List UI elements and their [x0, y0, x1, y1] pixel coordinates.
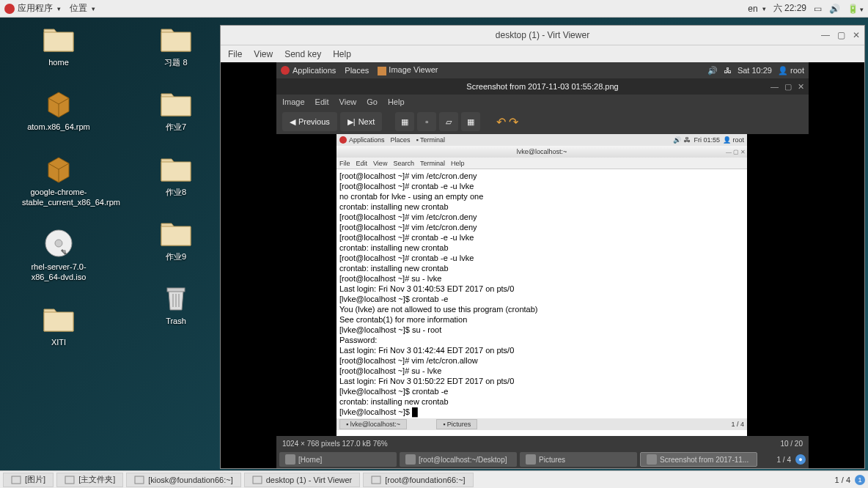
iv-menu-view[interactable]: View — [339, 97, 357, 106]
image-viewer-titlebar[interactable]: Screenshot from 2017-11-03 01:55:28.png … — [276, 78, 809, 95]
minimize-button[interactable]: — — [821, 30, 830, 40]
zoom-in-button[interactable]: ▦ — [395, 112, 414, 131]
volume-icon[interactable]: 🔊 — [707, 66, 718, 75]
task-pictures: ▪ Pictures — [436, 419, 477, 429]
desktop-icon[interactable]: 习题 8 — [139, 23, 213, 67]
taskbar-button[interactable]: [root@foundation66:~] — [363, 473, 473, 487]
close-button[interactable]: ✕ — [853, 30, 860, 40]
desktop-icon[interactable]: rhel-server-7.0-x86_64-dvd.iso — [22, 228, 95, 283]
pkg-icon — [41, 153, 76, 184]
rotate-right-button[interactable]: ↷ — [509, 115, 518, 129]
display-icon[interactable]: ▭ — [814, 4, 822, 14]
guest-clock: Sat 10:29 — [738, 66, 772, 75]
previous-button[interactable]: ◀ Previous — [282, 112, 337, 131]
term-menu-help: Help — [451, 160, 465, 167]
taskbar-button[interactable]: [Home] — [279, 452, 397, 467]
desktop-icon-grid: homeatom.x86_64.rpmgoogle-chrome-stable_… — [22, 23, 213, 347]
terminal-titlebar: lvke@localhost:~ —▢✕ — [336, 146, 747, 158]
term-min: — — [726, 149, 732, 155]
innermost-user: 👤 root — [723, 136, 744, 144]
task-terminal: ▪ lvke@localhost:~ — [339, 419, 407, 429]
iv-menu-image[interactable]: Image — [282, 97, 305, 106]
iv-minimize-button[interactable]: — — [770, 82, 779, 92]
workspace-counter: 1 / 4 — [835, 476, 850, 484]
iv-close-button[interactable]: ✕ — [798, 82, 804, 92]
zoom-out-button[interactable]: ▫ — [417, 112, 436, 131]
next-button[interactable]: ▶| Next — [340, 112, 382, 131]
virt-titlebar[interactable]: desktop (1) - Virt Viewer — ▢ ✕ — [221, 26, 864, 45]
applications-menu[interactable]: 应用程序 — [4, 2, 61, 15]
iv-maximize-button[interactable]: ▢ — [784, 82, 792, 92]
lang-indicator[interactable]: en — [748, 4, 765, 14]
workspace-counter: 1 / 4 — [777, 456, 791, 464]
desktop-icon[interactable]: Trash — [139, 282, 213, 326]
clock: 六 22:29 — [773, 2, 806, 15]
icon-label: XITI — [51, 337, 66, 347]
taskbar-button[interactable]: Screenshot from 2017-11... — [640, 452, 757, 467]
iv-menu-help[interactable]: Help — [388, 97, 405, 106]
menu-sendkey[interactable]: Send key — [284, 49, 321, 59]
guest-user[interactable]: 👤 root — [778, 66, 804, 75]
active-app[interactable]: Image Viewer — [378, 65, 438, 75]
icon-label: 习题 8 — [164, 57, 187, 67]
taskbar-button[interactable]: [主文件夹] — [56, 473, 123, 487]
menu-help[interactable]: Help — [333, 49, 351, 59]
desktop-icon[interactable]: atom.x86_64.rpm — [22, 88, 95, 132]
desktop-icon[interactable]: 作业8 — [139, 153, 213, 197]
folder-icon — [158, 88, 194, 119]
rotate-left-button[interactable]: ↶ — [496, 115, 506, 129]
icon-label: 作业9 — [166, 251, 186, 262]
desktop-icon[interactable]: home — [22, 23, 95, 67]
desktop-icon[interactable]: XITI — [22, 303, 95, 347]
maximize-button[interactable]: ▢ — [837, 30, 845, 40]
desktop-icon[interactable]: 作业9 — [139, 218, 213, 262]
term-menu-file: File — [339, 160, 350, 167]
virt-viewer-window: desktop (1) - Virt Viewer — ▢ ✕ File Vie… — [220, 25, 865, 469]
battery-icon[interactable]: 🔋 — [847, 4, 864, 14]
volume-icon[interactable]: 🔊 — [829, 4, 840, 14]
zoom-normal-button[interactable]: ▦ — [461, 112, 480, 131]
svg-rect-11 — [372, 476, 380, 484]
zoom-fit-button[interactable]: ▱ — [439, 112, 458, 131]
taskbar-button[interactable]: [root@localhost:~/Desktop] — [400, 452, 517, 467]
taskbar-button[interactable]: Pictures — [520, 452, 637, 467]
desktop-icon[interactable]: 作业7 — [139, 88, 213, 132]
app-icon — [252, 475, 262, 485]
folder-icon — [41, 23, 76, 54]
innermost-clock: Fri 01:55 — [694, 136, 720, 144]
innermost-taskbar: ▪ lvke@localhost:~ ▪ Pictures 1 / 4 — [336, 418, 747, 430]
guest-apps-menu[interactable]: Applications — [293, 66, 336, 75]
icon-label: 作业7 — [166, 122, 186, 132]
terminal-output: [root@localhost ~]# vim /etc/cron.deny[r… — [336, 169, 747, 418]
folder-icon — [158, 153, 194, 184]
network-icon[interactable]: 🖧 — [724, 66, 732, 75]
folder-icon — [158, 23, 194, 54]
host-top-panel: 应用程序 位置 en 六 22:29 ▭ 🔊 🔋 — [0, 0, 868, 18]
host-desktop: homeatom.x86_64.rpmgoogle-chrome-stable_… — [0, 18, 868, 470]
app-icon — [526, 454, 536, 465]
places-menu[interactable]: 位置 — [70, 2, 95, 15]
taskbar-button[interactable]: [图片] — [3, 473, 54, 487]
iv-menu-go[interactable]: Go — [367, 97, 378, 106]
redhat-icon — [4, 4, 15, 14]
taskbar-button[interactable]: [kiosk@foundation66:~] — [126, 473, 240, 487]
pkg-icon — [41, 88, 76, 119]
workspace-indicator[interactable]: ● — [795, 454, 806, 465]
menu-file[interactable]: File — [228, 49, 242, 59]
svg-rect-3 — [167, 288, 185, 292]
icon-label: 作业8 — [166, 187, 186, 197]
app-icon — [371, 475, 381, 485]
image-counter: 10 / 20 — [780, 440, 803, 448]
desktop-icon[interactable]: google-chrome-stable_current_x86_64.rpm — [22, 153, 95, 208]
innermost-places: Places — [391, 136, 411, 144]
taskbar-button[interactable]: desktop (1) - Virt Viewer — [244, 473, 361, 487]
guest-places-menu[interactable]: Places — [345, 66, 369, 75]
iv-menu-edit[interactable]: Edit — [315, 97, 329, 106]
workspace-indicator[interactable]: 1 — [855, 475, 865, 485]
term-max: ▢ — [733, 149, 739, 155]
app-icon — [11, 475, 21, 485]
app-icon — [65, 475, 75, 485]
innermost-apps: Applications — [349, 136, 385, 144]
menu-view[interactable]: View — [254, 49, 273, 59]
image-viewer-toolbar: ◀ Previous ▶| Next ▦ ▫ ▱ ▦ ↶ ↷ — [276, 109, 809, 134]
